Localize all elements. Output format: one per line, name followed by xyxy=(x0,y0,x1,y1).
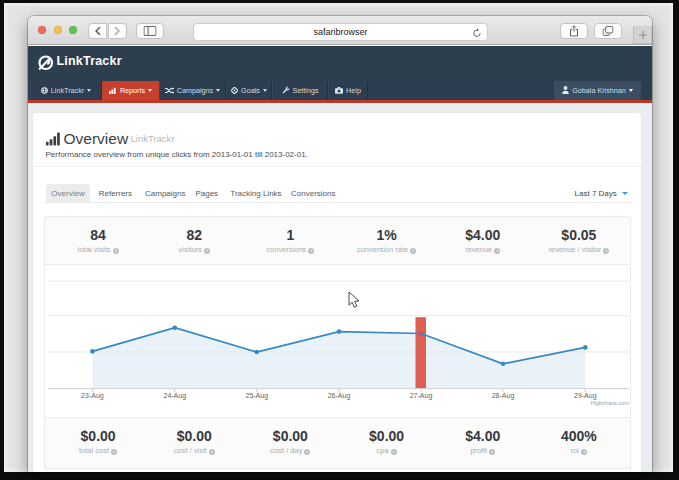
svg-text:26-Aug: 26-Aug xyxy=(328,392,351,400)
svg-text:Highcharts.com: Highcharts.com xyxy=(591,400,630,406)
svg-text:23-Aug: 23-Aug xyxy=(81,392,104,400)
svg-text:28-Aug: 28-Aug xyxy=(492,392,515,400)
svg-text:25-Aug: 25-Aug xyxy=(246,392,269,400)
svg-text:27-Aug: 27-Aug xyxy=(410,392,433,400)
svg-text:24-Aug: 24-Aug xyxy=(164,392,187,400)
